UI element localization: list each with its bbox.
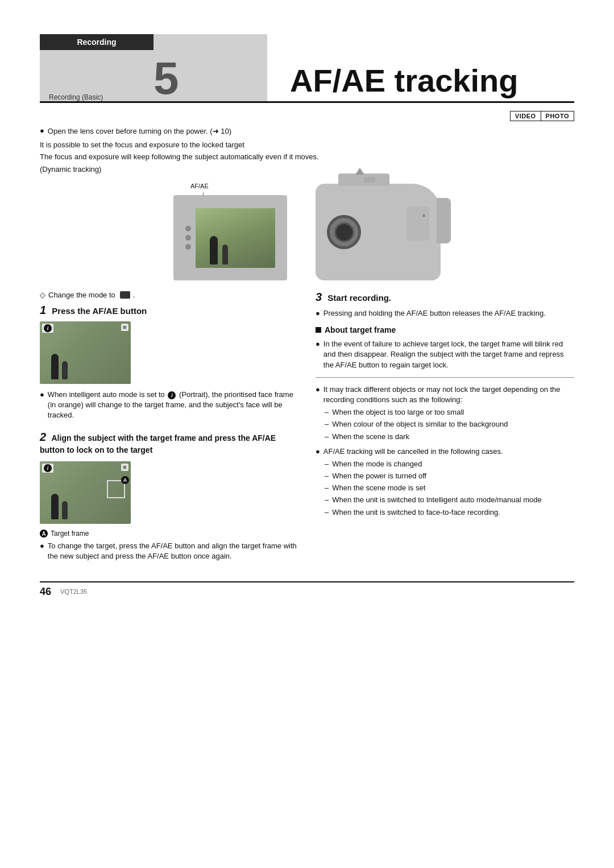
cancel-intro-bullet: ● AF/AE tracking will be cancelled in th… (316, 447, 574, 457)
dash-2: – When colour of the object is similar t… (316, 419, 574, 429)
cancel-3: – When the scene mode is set (316, 483, 574, 493)
target-frame-box: A (107, 480, 125, 498)
cancel-intro-text: AF/AE tracking will be cancelled in the … (323, 447, 503, 457)
step1-screen-wrap: i ⊞ (40, 321, 298, 384)
step3-heading: 3 Start recording. (316, 291, 574, 304)
tracking-notes-section: ● It may track different objects or may … (316, 385, 574, 518)
video-badge: VIDEO (511, 111, 541, 121)
dash-3: – When the scene is dark (316, 432, 574, 442)
step3-bullet: ● Pressing and holding the AF/AE button … (316, 308, 574, 319)
intro-section: ● Open the lens cover before turning on … (40, 126, 574, 175)
recording-basic-label: Recording (Basic) (49, 93, 103, 101)
cancel-2: – When the power is turned off (316, 471, 574, 481)
step2-heading: 2 Align the subject with the target fram… (40, 429, 298, 456)
camcorder-body: ▲ (316, 184, 441, 280)
mode-change-text: Change the mode to (48, 291, 115, 299)
camera-illustration: AF/AE ↓ (40, 184, 574, 280)
about-target-bullet-text: In the event of failure to achieve targe… (323, 339, 574, 370)
step2-i-icon: i (42, 464, 53, 473)
dash-1: – When the object is too large or too sm… (316, 407, 574, 418)
step2-number: 2 (40, 431, 46, 443)
target-frame-label-text: Target frame (51, 530, 89, 538)
step1-screen: i ⊞ (40, 321, 131, 384)
circle-a: A (40, 530, 48, 538)
square-bullet-icon (316, 327, 321, 333)
about-target-section: About target frame ● In the event of fai… (316, 325, 574, 370)
step2-section: 2 Align the subject with the target fram… (40, 429, 298, 562)
step3-section: 3 Start recording. ● Pressing and holdin… (316, 291, 574, 319)
right-column: 3 Start recording. ● Pressing and holdin… (316, 291, 574, 564)
cancel-5: – When the unit is switched to face-to-f… (316, 507, 574, 518)
step1-bullet-text: When intelligent auto mode is set to i (… (48, 390, 298, 421)
tracking-intro-bullet: ● It may track different objects or may … (316, 385, 574, 405)
dash-1-text: When the object is too large or too smal… (332, 407, 464, 418)
cancel-3-text: When the scene mode is set (332, 483, 425, 493)
bullet-sym-1: ● (40, 126, 44, 136)
step1-number: 1 (40, 304, 46, 316)
about-target-text: About target frame (325, 325, 396, 334)
target-frame-label-row: A Target frame (40, 530, 298, 538)
step1-bullet: ● When intelligent auto mode is set to i… (40, 390, 298, 421)
cancel-4-text: When the unit is switched to Intelligent… (332, 495, 542, 505)
left-column: ◇ Change the mode to . 1 Press the AF/AE… (40, 291, 298, 564)
step1-text: Press the AF/AE button (52, 306, 147, 316)
divider-1 (316, 377, 574, 378)
step2-text: Align the subject with the target frame … (40, 433, 276, 454)
intro-bullet1: Open the lens cover before turning on th… (48, 126, 231, 137)
step1-heading: 1 Press the AF/AE button (40, 304, 298, 317)
step2-bullet-text: To change the target, press the AF/AE bu… (48, 541, 298, 561)
cancel-5-text: When the unit is switched to face-to-fac… (332, 507, 500, 518)
header-section: Recording Recording (Basic) 5 AF/AE trac… (40, 34, 574, 103)
cancel-1-text: When the mode is changed (332, 459, 422, 469)
step3-bullet-text: Pressing and holding the AF/AE button re… (323, 308, 546, 319)
step2-target-icon: ⊞ (121, 464, 128, 471)
step2-screen-wrap: i ⊞ A (40, 461, 298, 524)
doc-code: VQT2L35 (60, 588, 87, 595)
step3-text: Start recording. (327, 293, 391, 303)
step2-screen: i ⊞ A (40, 461, 131, 524)
diamond-icon: ◇ (40, 291, 45, 299)
main-content: ◇ Change the mode to . 1 Press the AF/AE… (40, 291, 574, 564)
photo-badge: PHOTO (541, 111, 574, 121)
step2-bullet: ● To change the target, press the AF/AE … (40, 541, 298, 561)
intro-line2: It is possible to set the focus and expo… (40, 140, 244, 149)
page-number: 46 (40, 586, 51, 598)
cancel-1: – When the mode is changed (316, 459, 574, 469)
intro-line4: (Dynamic tracking) (40, 165, 101, 173)
screen-i-icon: i (42, 324, 53, 333)
dash-2-text: When colour of the object is similar to … (332, 419, 508, 429)
dash-3-text: When the scene is dark (332, 432, 409, 442)
mode-change-row: ◇ Change the mode to . (40, 291, 298, 299)
screen-target-icon: ⊞ (121, 324, 128, 331)
recording-label: Recording (40, 34, 154, 50)
af-ae-label: AF/AE (190, 183, 209, 189)
movie-mode-icon (120, 291, 130, 299)
page-title: AF/AE tracking (279, 65, 518, 97)
tracking-intro-text: It may track different objects or may no… (323, 385, 574, 405)
cancel-2-text: When the power is turned off (332, 471, 426, 481)
step3-number: 3 (316, 291, 322, 303)
mode-change-period: . (133, 291, 135, 299)
i-icon-inline: i (168, 391, 176, 399)
about-target-bullet: ● In the event of failure to achieve tar… (316, 339, 574, 370)
intro-line3: The focus and exposure will keep followi… (40, 152, 319, 161)
cancel-4: – When the unit is switched to Intellige… (316, 495, 574, 505)
footer-section: 46 VQT2L35 (40, 581, 574, 598)
video-photo-badges: VIDEO PHOTO (40, 111, 574, 121)
chapter-number: 5 (154, 56, 179, 101)
about-target-heading: About target frame (316, 325, 574, 334)
